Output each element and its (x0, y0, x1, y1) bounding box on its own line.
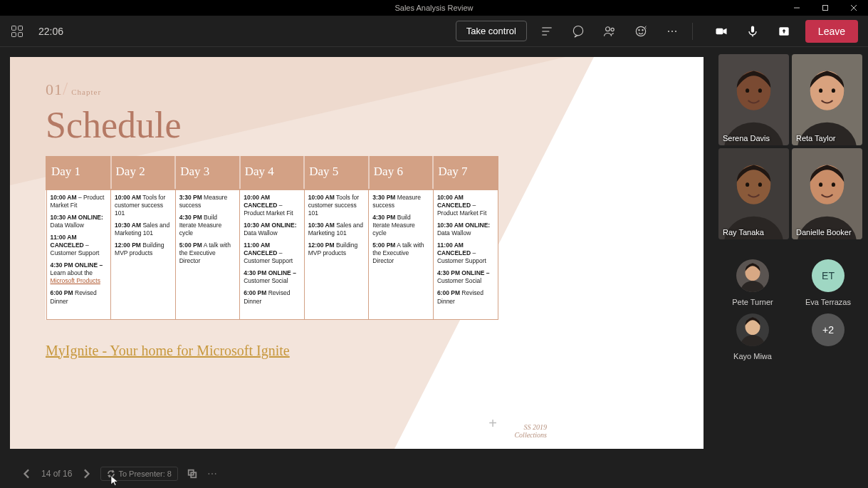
chapter-indicator: 01/Chapter (46, 78, 668, 100)
window-title: Sales Analysis Review (394, 4, 473, 12)
day-header: Day 2 (111, 157, 176, 190)
camera-icon[interactable] (710, 20, 733, 43)
overflow-participants-button[interactable]: +2 (795, 313, 862, 360)
svg-point-53 (832, 182, 835, 187)
shared-slide: 01/Chapter Schedule Day 1Day 2Day 3Day 4… (10, 57, 704, 449)
video-tile[interactable]: Reta Taylor (792, 54, 862, 145)
sync-to-presenter-button[interactable]: To Presenter: 8 (100, 467, 178, 481)
slide-counter: 14 of 16 (41, 469, 72, 479)
window-maximize-button[interactable] (811, 0, 840, 16)
microphone-icon[interactable] (741, 20, 764, 43)
slide-footer: SS 2019 Collections (514, 423, 547, 439)
svg-point-14 (636, 26, 645, 36)
svg-rect-1 (823, 6, 828, 11)
svg-rect-7 (19, 32, 23, 36)
video-tile[interactable]: Danielle Booker (792, 148, 862, 239)
participant-video (718, 148, 789, 239)
slide-hyperlink[interactable]: MyIgnite - Your home for Microsoft Ignit… (46, 343, 668, 359)
day-cell: 3:30 PM Measure success4:30 PM Build Ite… (369, 190, 434, 319)
chapter-number: 01 (46, 81, 63, 98)
presenter-more-icon[interactable] (202, 464, 222, 484)
prev-slide-button[interactable] (17, 464, 37, 484)
svg-point-37 (746, 88, 749, 93)
svg-point-15 (639, 29, 639, 30)
day-header: Day 7 (433, 157, 498, 190)
svg-point-48 (758, 182, 762, 187)
participant-name: Serena Davis (723, 134, 770, 142)
leave-button[interactable]: Leave (805, 20, 858, 43)
call-timer: 22:06 (38, 26, 63, 37)
svg-point-52 (819, 182, 822, 187)
toolbar-divider (692, 23, 693, 40)
participant-video (792, 148, 862, 239)
slide-title: Schedule (46, 104, 668, 146)
svg-point-17 (668, 30, 669, 31)
participant-name: Kayo Miwa (733, 352, 772, 360)
video-tile[interactable]: Serena Davis (718, 54, 789, 145)
svg-point-31 (208, 473, 209, 474)
svg-rect-4 (12, 26, 16, 30)
svg-point-47 (746, 182, 749, 187)
svg-point-42 (819, 88, 822, 93)
meeting-topbar: 22:06 Take control Leave (0, 16, 868, 47)
share-icon[interactable] (773, 20, 795, 43)
svg-point-43 (832, 88, 835, 93)
window-close-button[interactable] (840, 0, 868, 16)
participant-avatar[interactable]: ETEva Terrazas (795, 259, 862, 306)
svg-rect-5 (19, 26, 23, 30)
day-header: Day 3 (175, 157, 240, 190)
day-cell: 10:00 AM Tools for customer success 1011… (111, 190, 176, 319)
participants-panel: Serena DavisReta TaylorRay TanakaDaniell… (716, 47, 868, 488)
video-tile[interactable]: Ray Tanaka (718, 148, 789, 239)
participant-name: Reta Taylor (796, 134, 835, 142)
day-cell: 10:00 AM CANCELED – Product Market Fit10… (433, 190, 498, 319)
svg-point-57 (741, 335, 765, 346)
participant-name: Danielle Booker (796, 228, 852, 237)
take-control-button[interactable]: Take control (456, 21, 527, 41)
crop-mark-icon: + (488, 415, 497, 432)
participant-avatar[interactable]: Kayo Miwa (719, 313, 786, 360)
day-header: Day 5 (304, 157, 369, 190)
schedule-table: Day 1Day 2Day 3Day 4Day 5Day 6Day 7 10:0… (46, 156, 498, 320)
day-cell: 10:00 AM CANCELED – Product Market Fit10… (240, 190, 305, 319)
day-cell: 10:00 AM Tools for customer success 1011… (304, 190, 369, 319)
day-header: Day 6 (369, 157, 434, 190)
svg-point-32 (211, 473, 213, 474)
participant-video (718, 54, 789, 145)
svg-point-13 (611, 28, 614, 31)
svg-point-19 (675, 30, 676, 31)
popout-icon[interactable] (182, 464, 202, 484)
presenter-toolbar: 14 of 16 To Presenter: 8 (10, 460, 716, 488)
day-cell: 10:00 AM – Product Market Fit10:30 AM ON… (46, 190, 111, 319)
svg-rect-22 (751, 26, 754, 32)
chapter-label: Chapter (71, 88, 101, 96)
window-minimize-button[interactable] (783, 0, 811, 16)
window-titlebar: Sales Analysis Review (0, 0, 868, 16)
svg-point-18 (671, 30, 673, 31)
svg-point-16 (642, 29, 643, 30)
summary-icon[interactable] (535, 20, 558, 43)
next-slide-button[interactable] (76, 464, 96, 484)
svg-point-12 (605, 26, 610, 31)
svg-rect-6 (12, 32, 16, 36)
svg-point-38 (758, 88, 762, 93)
day-header: Day 4 (240, 157, 305, 190)
more-actions-icon[interactable] (661, 20, 684, 43)
chat-icon[interactable] (567, 20, 590, 43)
day-cell: 3:30 PM Measure success4:30 PM Build Ite… (175, 190, 240, 319)
reactions-icon[interactable] (629, 20, 652, 43)
svg-marker-21 (723, 28, 726, 33)
day-header: Day 1 (46, 157, 111, 190)
svg-point-55 (741, 281, 765, 292)
participants-icon[interactable] (598, 20, 621, 43)
participant-name: Ray Tanaka (723, 228, 764, 237)
app-grid-icon[interactable] (10, 24, 24, 38)
participant-name: Pete Turner (732, 298, 773, 306)
svg-point-11 (573, 26, 582, 35)
participant-avatar[interactable]: Pete Turner (719, 259, 786, 306)
participant-name: Eva Terrazas (805, 298, 851, 306)
participant-video (792, 54, 862, 145)
svg-rect-20 (716, 28, 723, 33)
svg-point-33 (215, 473, 216, 474)
